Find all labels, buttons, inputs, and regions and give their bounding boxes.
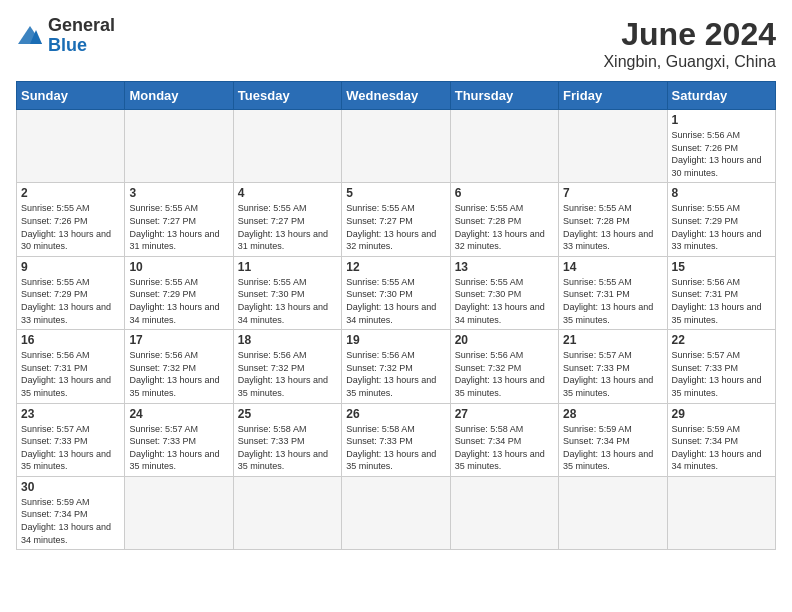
day-info: Sunrise: 5:55 AM Sunset: 7:27 PM Dayligh… [129, 202, 228, 252]
day-info: Sunrise: 5:55 AM Sunset: 7:27 PM Dayligh… [346, 202, 445, 252]
calendar-day-cell [450, 476, 558, 549]
day-info: Sunrise: 5:55 AM Sunset: 7:29 PM Dayligh… [21, 276, 120, 326]
day-number: 19 [346, 333, 445, 347]
calendar-day-cell: 21Sunrise: 5:57 AM Sunset: 7:33 PM Dayli… [559, 330, 667, 403]
calendar-week-row: 23Sunrise: 5:57 AM Sunset: 7:33 PM Dayli… [17, 403, 776, 476]
day-number: 14 [563, 260, 662, 274]
day-info: Sunrise: 5:56 AM Sunset: 7:31 PM Dayligh… [21, 349, 120, 399]
calendar-day-cell: 18Sunrise: 5:56 AM Sunset: 7:32 PM Dayli… [233, 330, 341, 403]
day-info: Sunrise: 5:59 AM Sunset: 7:34 PM Dayligh… [672, 423, 771, 473]
logo: GeneralBlue [16, 16, 115, 56]
title-block: June 2024 Xingbin, Guangxi, China [603, 16, 776, 71]
day-number: 20 [455, 333, 554, 347]
calendar-day-cell: 24Sunrise: 5:57 AM Sunset: 7:33 PM Dayli… [125, 403, 233, 476]
day-number: 17 [129, 333, 228, 347]
day-info: Sunrise: 5:57 AM Sunset: 7:33 PM Dayligh… [129, 423, 228, 473]
logo-icon [16, 24, 44, 48]
weekday-header-cell: Wednesday [342, 82, 450, 110]
calendar-day-cell: 30Sunrise: 5:59 AM Sunset: 7:34 PM Dayli… [17, 476, 125, 549]
day-number: 21 [563, 333, 662, 347]
day-number: 2 [21, 186, 120, 200]
day-number: 30 [21, 480, 120, 494]
calendar-day-cell: 11Sunrise: 5:55 AM Sunset: 7:30 PM Dayli… [233, 256, 341, 329]
calendar-day-cell: 26Sunrise: 5:58 AM Sunset: 7:33 PM Dayli… [342, 403, 450, 476]
day-info: Sunrise: 5:55 AM Sunset: 7:30 PM Dayligh… [455, 276, 554, 326]
calendar-day-cell: 16Sunrise: 5:56 AM Sunset: 7:31 PM Dayli… [17, 330, 125, 403]
calendar-day-cell: 5Sunrise: 5:55 AM Sunset: 7:27 PM Daylig… [342, 183, 450, 256]
calendar-day-cell: 3Sunrise: 5:55 AM Sunset: 7:27 PM Daylig… [125, 183, 233, 256]
logo-text: GeneralBlue [48, 16, 115, 56]
weekday-header-cell: Monday [125, 82, 233, 110]
weekday-header-cell: Sunday [17, 82, 125, 110]
weekday-header-cell: Friday [559, 82, 667, 110]
calendar-day-cell: 9Sunrise: 5:55 AM Sunset: 7:29 PM Daylig… [17, 256, 125, 329]
calendar-title: June 2024 [603, 16, 776, 53]
day-number: 6 [455, 186, 554, 200]
calendar-day-cell: 22Sunrise: 5:57 AM Sunset: 7:33 PM Dayli… [667, 330, 775, 403]
day-number: 5 [346, 186, 445, 200]
day-info: Sunrise: 5:57 AM Sunset: 7:33 PM Dayligh… [563, 349, 662, 399]
day-info: Sunrise: 5:55 AM Sunset: 7:29 PM Dayligh… [129, 276, 228, 326]
calendar-day-cell [559, 476, 667, 549]
calendar-day-cell [17, 110, 125, 183]
calendar-day-cell: 15Sunrise: 5:56 AM Sunset: 7:31 PM Dayli… [667, 256, 775, 329]
day-number: 24 [129, 407, 228, 421]
day-number: 7 [563, 186, 662, 200]
day-number: 26 [346, 407, 445, 421]
day-info: Sunrise: 5:58 AM Sunset: 7:33 PM Dayligh… [346, 423, 445, 473]
day-number: 13 [455, 260, 554, 274]
day-number: 23 [21, 407, 120, 421]
weekday-header-cell: Thursday [450, 82, 558, 110]
calendar-day-cell: 14Sunrise: 5:55 AM Sunset: 7:31 PM Dayli… [559, 256, 667, 329]
calendar-day-cell [125, 476, 233, 549]
calendar-day-cell: 12Sunrise: 5:55 AM Sunset: 7:30 PM Dayli… [342, 256, 450, 329]
weekday-header-cell: Tuesday [233, 82, 341, 110]
calendar-day-cell: 28Sunrise: 5:59 AM Sunset: 7:34 PM Dayli… [559, 403, 667, 476]
day-info: Sunrise: 5:56 AM Sunset: 7:31 PM Dayligh… [672, 276, 771, 326]
day-info: Sunrise: 5:55 AM Sunset: 7:30 PM Dayligh… [346, 276, 445, 326]
day-info: Sunrise: 5:56 AM Sunset: 7:32 PM Dayligh… [238, 349, 337, 399]
day-number: 11 [238, 260, 337, 274]
calendar-day-cell [342, 476, 450, 549]
day-info: Sunrise: 5:56 AM Sunset: 7:32 PM Dayligh… [455, 349, 554, 399]
day-number: 1 [672, 113, 771, 127]
calendar-day-cell: 2Sunrise: 5:55 AM Sunset: 7:26 PM Daylig… [17, 183, 125, 256]
calendar-subtitle: Xingbin, Guangxi, China [603, 53, 776, 71]
calendar-day-cell: 10Sunrise: 5:55 AM Sunset: 7:29 PM Dayli… [125, 256, 233, 329]
calendar-week-row: 1Sunrise: 5:56 AM Sunset: 7:26 PM Daylig… [17, 110, 776, 183]
day-info: Sunrise: 5:59 AM Sunset: 7:34 PM Dayligh… [21, 496, 120, 546]
day-number: 10 [129, 260, 228, 274]
day-info: Sunrise: 5:55 AM Sunset: 7:31 PM Dayligh… [563, 276, 662, 326]
day-number: 29 [672, 407, 771, 421]
day-number: 9 [21, 260, 120, 274]
calendar-day-cell: 19Sunrise: 5:56 AM Sunset: 7:32 PM Dayli… [342, 330, 450, 403]
calendar-day-cell [450, 110, 558, 183]
calendar-day-cell: 17Sunrise: 5:56 AM Sunset: 7:32 PM Dayli… [125, 330, 233, 403]
day-info: Sunrise: 5:56 AM Sunset: 7:26 PM Dayligh… [672, 129, 771, 179]
day-number: 22 [672, 333, 771, 347]
day-info: Sunrise: 5:55 AM Sunset: 7:26 PM Dayligh… [21, 202, 120, 252]
calendar-day-cell [125, 110, 233, 183]
day-info: Sunrise: 5:58 AM Sunset: 7:33 PM Dayligh… [238, 423, 337, 473]
day-info: Sunrise: 5:55 AM Sunset: 7:27 PM Dayligh… [238, 202, 337, 252]
day-info: Sunrise: 5:56 AM Sunset: 7:32 PM Dayligh… [129, 349, 228, 399]
page-header: GeneralBlue June 2024 Xingbin, Guangxi, … [16, 16, 776, 71]
calendar-day-cell [559, 110, 667, 183]
day-number: 4 [238, 186, 337, 200]
day-number: 3 [129, 186, 228, 200]
calendar-week-row: 16Sunrise: 5:56 AM Sunset: 7:31 PM Dayli… [17, 330, 776, 403]
calendar-day-cell [233, 476, 341, 549]
calendar-day-cell [233, 110, 341, 183]
calendar-day-cell: 20Sunrise: 5:56 AM Sunset: 7:32 PM Dayli… [450, 330, 558, 403]
calendar-day-cell: 23Sunrise: 5:57 AM Sunset: 7:33 PM Dayli… [17, 403, 125, 476]
day-number: 16 [21, 333, 120, 347]
day-number: 27 [455, 407, 554, 421]
day-number: 8 [672, 186, 771, 200]
calendar-day-cell: 1Sunrise: 5:56 AM Sunset: 7:26 PM Daylig… [667, 110, 775, 183]
calendar-week-row: 2Sunrise: 5:55 AM Sunset: 7:26 PM Daylig… [17, 183, 776, 256]
calendar-day-cell: 25Sunrise: 5:58 AM Sunset: 7:33 PM Dayli… [233, 403, 341, 476]
day-info: Sunrise: 5:55 AM Sunset: 7:28 PM Dayligh… [455, 202, 554, 252]
day-number: 12 [346, 260, 445, 274]
calendar-week-row: 9Sunrise: 5:55 AM Sunset: 7:29 PM Daylig… [17, 256, 776, 329]
day-number: 28 [563, 407, 662, 421]
